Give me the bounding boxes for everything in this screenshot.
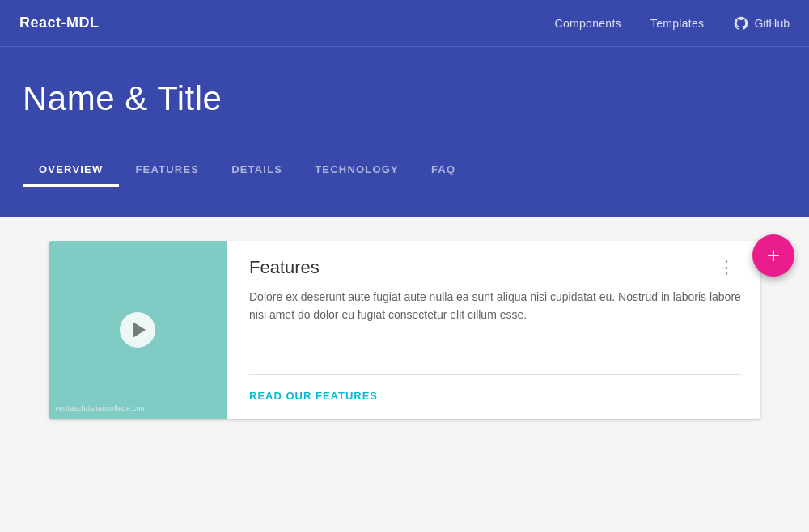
card-media: veritaschristiancollege.com [49,241,227,419]
github-label: GitHub [754,17,790,30]
play-button[interactable] [120,312,155,348]
tabs-bar: OVERVIEW FEATURES DETAILS TECHNOLOGY FAQ [23,150,786,187]
card-action-link[interactable]: READ OUR FEATURES [249,390,378,402]
card-header: Features ⋮ [249,257,741,288]
main-content: veritaschristiancollege.com Features ⋮ D… [0,217,809,443]
tab-overview[interactable]: OVERVIEW [23,150,119,187]
tab-faq[interactable]: FAQ [415,150,472,187]
card-description: Dolore ex deserunt aute fugiat aute null… [249,288,741,324]
card-divider [249,374,741,375]
card-title: Features [249,257,320,278]
card-content: Features ⋮ Dolore ex deserunt aute fugia… [249,257,741,324]
card-menu-icon[interactable]: ⋮ [713,257,741,278]
github-icon [733,15,749,32]
page-wrapper: React-MDL Components Templates GitHub Na… [0,0,809,443]
card-action: READ OUR FEATURES [249,374,741,403]
play-icon [133,322,146,338]
card-body: Features ⋮ Dolore ex deserunt aute fugia… [227,241,760,419]
tab-technology[interactable]: TECHNOLOGY [299,150,415,187]
hero-title: Name & Title [23,79,786,118]
fab-container: + [752,234,794,277]
top-nav: React-MDL Components Templates GitHub [0,0,809,47]
nav-links: Components Templates GitHub [555,15,790,32]
nav-github[interactable]: GitHub [733,15,790,32]
brand-logo[interactable]: React-MDL [19,15,555,32]
nav-components[interactable]: Components [555,17,621,30]
nav-templates[interactable]: Templates [650,17,705,30]
fab-button[interactable]: + [752,234,794,277]
hero-section: Name & Title OVERVIEW FEATURES DETAILS T… [0,47,809,217]
tab-features[interactable]: FEATURES [119,150,215,187]
feature-card: veritaschristiancollege.com Features ⋮ D… [49,241,760,419]
card-media-watermark: veritaschristiancollege.com [55,404,146,412]
tab-details[interactable]: DETAILS [215,150,299,187]
